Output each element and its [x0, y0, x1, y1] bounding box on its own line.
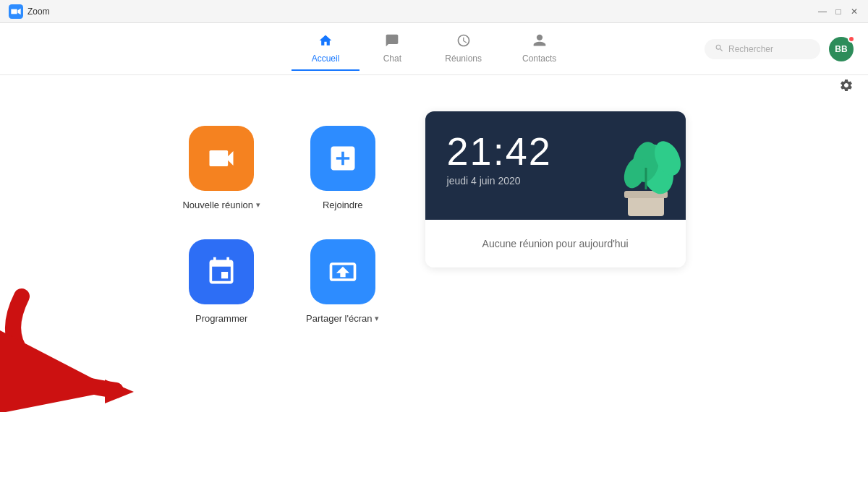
programmer-button[interactable]: [189, 239, 254, 304]
tab-chat-label: Chat: [383, 53, 401, 64]
rejoindre-button[interactable]: [310, 126, 375, 191]
avatar[interactable]: BB: [829, 37, 854, 61]
rejoindre-label: Rejoindre: [323, 200, 363, 210]
no-meeting-text: Aucune réunion pour aujourd'hui: [482, 238, 629, 249]
close-button[interactable]: ✕: [849, 7, 859, 17]
window-controls: — □ ✕: [817, 7, 859, 17]
top-nav: Accueil Chat Réunions Contacts: [0, 23, 868, 75]
title-bar: Zoom — □ ✕: [0, 0, 868, 23]
programmer-label: Programmer: [195, 313, 247, 324]
avatar-notification-badge: [848, 35, 855, 43]
nav-right: Rechercher BB: [705, 37, 854, 61]
action-rejoindre[interactable]: Rejoindre: [304, 126, 382, 210]
svg-marker-1: [11, 9, 17, 14]
main-content: Nouvelle réunion ▾ Rejoindre Programmer: [0, 75, 868, 488]
search-placeholder: Rechercher: [728, 44, 773, 54]
tab-reunions[interactable]: Réunions: [425, 27, 502, 71]
action-partager-ecran[interactable]: Partager l'écran ▾: [304, 239, 382, 324]
settings-button[interactable]: [836, 75, 856, 95]
partager-ecran-label: Partager l'écran ▾: [306, 313, 379, 324]
plant-decoration: [606, 126, 686, 220]
action-grid: Nouvelle réunion ▾ Rejoindre Programmer: [182, 111, 381, 324]
search-box[interactable]: Rechercher: [705, 39, 820, 59]
partager-ecran-caret: ▾: [375, 314, 379, 323]
title-bar-left: Zoom: [9, 4, 50, 19]
tab-contacts-label: Contacts: [522, 53, 556, 64]
nouvelle-reunion-caret: ▾: [256, 200, 260, 210]
person-icon: [532, 33, 547, 51]
tab-chat[interactable]: Chat: [359, 27, 425, 71]
clock-card: 21:42 jeudi 4 juin 2020 Aucune réunion p…: [425, 111, 686, 267]
nouvelle-reunion-label: Nouvelle réunion ▾: [182, 200, 260, 210]
action-programmer[interactable]: Programmer: [182, 239, 260, 324]
minimize-button[interactable]: —: [817, 7, 827, 17]
clock-banner: 21:42 jeudi 4 juin 2020: [425, 111, 686, 220]
tab-contacts[interactable]: Contacts: [502, 27, 576, 71]
zoom-logo-icon: [9, 4, 23, 19]
app-title: Zoom: [27, 7, 50, 17]
chat-icon: [385, 33, 399, 51]
avatar-initials: BB: [835, 44, 847, 54]
home-icon: [318, 33, 333, 51]
nouvelle-reunion-button[interactable]: [189, 126, 254, 191]
tab-accueil[interactable]: Accueil: [292, 27, 360, 71]
tab-reunions-label: Réunions: [445, 53, 482, 64]
clock-body: Aucune réunion pour aujourd'hui: [425, 220, 686, 267]
clock-icon: [456, 33, 471, 51]
maximize-button[interactable]: □: [833, 7, 843, 17]
nav-tabs: Accueil Chat Réunions Contacts: [292, 27, 577, 71]
action-nouvelle-reunion[interactable]: Nouvelle réunion ▾: [182, 126, 260, 210]
search-icon: [715, 43, 724, 55]
partager-ecran-button[interactable]: [310, 239, 375, 304]
tab-accueil-label: Accueil: [312, 53, 340, 64]
